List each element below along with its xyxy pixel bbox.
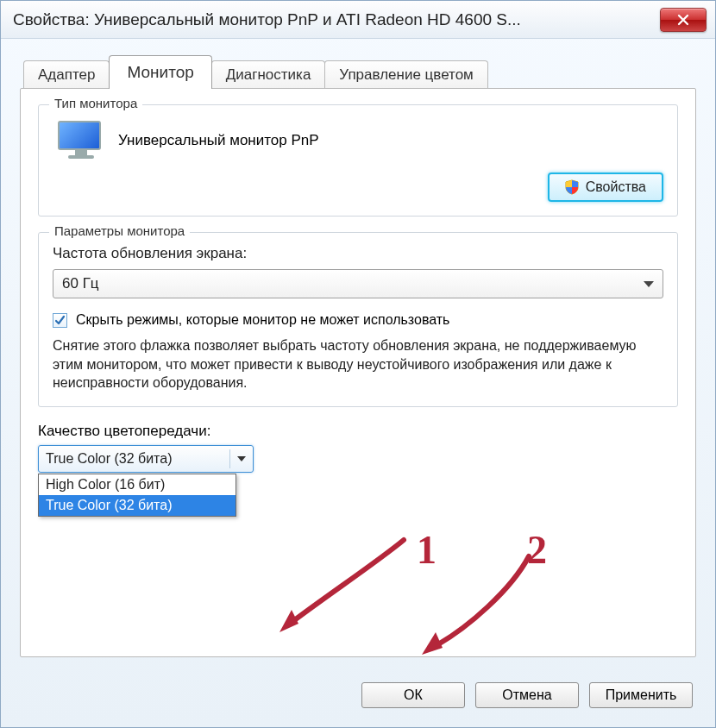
- color-quality-selected: True Color (32 бита): [46, 451, 172, 467]
- group-monitor-settings: Параметры монитора Частота обновления эк…: [38, 232, 678, 407]
- chevron-down-icon: [237, 456, 246, 461]
- tabstrip: Адаптер Монитор Диагностика Управление ц…: [23, 54, 696, 88]
- uac-shield-icon: [565, 179, 579, 195]
- tab-monitor[interactable]: Монитор: [109, 55, 211, 89]
- close-icon: [677, 14, 689, 26]
- monitor-device-row: Универсальный монитор PnP: [53, 117, 663, 173]
- group-monitor-type: Тип монитора Универсальный монитор PnP: [38, 104, 678, 217]
- refresh-rate-value: 60 Гц: [62, 275, 99, 292]
- tab-adapter[interactable]: Адаптер: [23, 60, 110, 89]
- hide-modes-help-text: Снятие этого флажка позволяет выбрать ча…: [53, 336, 663, 392]
- titlebar: Свойства: Универсальный монитор PnP и AT…: [1, 1, 715, 39]
- color-quality-combo[interactable]: True Color (32 бита): [38, 445, 254, 473]
- close-button[interactable]: [660, 8, 707, 32]
- tab-color-management[interactable]: Управление цветом: [324, 60, 487, 89]
- monitor-device-name: Универсальный монитор PnP: [118, 132, 319, 149]
- dialog-window: Свойства: Универсальный монитор PnP и AT…: [0, 0, 716, 728]
- client-area: Адаптер Монитор Диагностика Управление ц…: [20, 54, 696, 708]
- checkmark-icon: [54, 315, 66, 326]
- color-quality-label: Качество цветопередачи:: [38, 423, 678, 440]
- chevron-down-icon: [644, 281, 654, 287]
- cancel-button[interactable]: Отмена: [475, 682, 579, 708]
- monitor-icon: [58, 121, 104, 160]
- group-monitor-type-legend: Тип монитора: [49, 96, 142, 110]
- properties-button-label: Свойства: [586, 179, 646, 195]
- hide-modes-row: Скрыть режимы, которые монитор не может …: [53, 312, 663, 328]
- color-quality-combo-wrap: True Color (32 бита) High Color (16 бит)…: [38, 445, 254, 473]
- refresh-rate-combo[interactable]: 60 Гц: [53, 269, 663, 298]
- color-option-16bit[interactable]: High Color (16 бит): [39, 474, 236, 495]
- tab-page-monitor: Тип монитора Универсальный монитор PnP: [20, 88, 696, 657]
- hide-modes-label: Скрыть режимы, которые монитор не может …: [76, 312, 449, 328]
- properties-button[interactable]: Свойства: [548, 173, 663, 202]
- hide-modes-checkbox[interactable]: [53, 313, 67, 328]
- tab-diagnostics[interactable]: Диагностика: [211, 60, 326, 89]
- apply-button[interactable]: Применить: [589, 682, 693, 708]
- color-option-32bit[interactable]: True Color (32 бита): [39, 495, 236, 516]
- window-title: Свойства: Универсальный монитор PnP и AT…: [13, 10, 660, 29]
- group-monitor-settings-legend: Параметры монитора: [49, 223, 190, 238]
- dialog-button-row: ОК Отмена Применить: [361, 682, 693, 708]
- refresh-rate-label: Частота обновления экрана:: [53, 245, 663, 262]
- color-quality-dropdown: High Color (16 бит) True Color (32 бита): [38, 474, 236, 517]
- ok-button[interactable]: ОК: [361, 682, 465, 708]
